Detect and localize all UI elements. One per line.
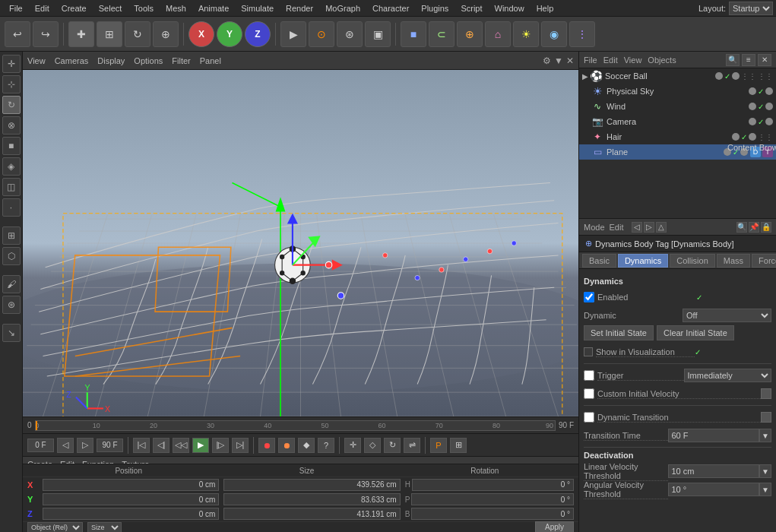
sidebar-scale-icon[interactable]: ⊗ bbox=[2, 116, 21, 135]
step-fwd-btn[interactable]: |▷ bbox=[212, 438, 229, 453]
obj-camera[interactable]: ◉ bbox=[541, 21, 567, 47]
move-button[interactable]: ⊞ bbox=[97, 21, 122, 47]
help-btn[interactable]: ? bbox=[318, 438, 334, 453]
attr-tab-mass[interactable]: Mass bbox=[717, 254, 750, 268]
sidebar-sculpt-icon[interactable]: ⊛ bbox=[2, 296, 21, 314]
attr-trigger-checkbox[interactable] bbox=[584, 370, 594, 381]
fps-grid-btn[interactable]: ⊞ bbox=[450, 438, 467, 453]
menu-character[interactable]: Character bbox=[366, 2, 415, 14]
loop-btn[interactable]: ↻ bbox=[384, 438, 401, 453]
axis-x-button[interactable]: X bbox=[188, 21, 214, 47]
obj-deform[interactable]: ⌂ bbox=[485, 21, 511, 47]
attr-mode-btn[interactable]: Mode bbox=[584, 223, 605, 232]
obj-mograph[interactable]: ⋮ bbox=[569, 21, 595, 47]
render-btn[interactable]: ▶ bbox=[280, 21, 306, 47]
coord-y-pos[interactable] bbox=[43, 493, 219, 505]
vp-menu-filter[interactable]: Filter bbox=[172, 56, 190, 65]
obj-light[interactable]: ☀ bbox=[513, 21, 539, 47]
vp-menu-display[interactable]: Display bbox=[97, 56, 125, 65]
menu-window[interactable]: Window bbox=[489, 2, 531, 14]
attr-custom-vel-checkbox[interactable] bbox=[584, 388, 594, 399]
record-btn[interactable]: ⏺ bbox=[258, 438, 275, 453]
attr-enabled-checkbox[interactable] bbox=[584, 292, 594, 302]
attr-trans-time-input[interactable] bbox=[668, 429, 760, 442]
coord-z-size[interactable] bbox=[223, 508, 400, 520]
menu-render[interactable]: Render bbox=[280, 2, 319, 14]
attr-back-btn[interactable]: ◁ bbox=[632, 222, 642, 233]
timeline-indicator[interactable] bbox=[36, 421, 37, 430]
keyframe-btn[interactable]: ◆ bbox=[298, 438, 315, 453]
menu-plugins[interactable]: Plugins bbox=[415, 2, 455, 14]
om-search-btn[interactable]: 🔍 bbox=[726, 54, 740, 66]
attr-tab-basic[interactable]: Basic bbox=[582, 254, 616, 268]
goto-end-btn[interactable]: ▷| bbox=[232, 438, 249, 453]
om-row-camera[interactable]: 📷 Camera ✓ bbox=[579, 114, 776, 129]
om-row-hair[interactable]: ✦ Hair ✓ ⋮⋮ bbox=[579, 129, 776, 144]
play-back-btn[interactable]: ◁◁ bbox=[173, 438, 189, 453]
sidebar-edge-icon[interactable]: ◫ bbox=[2, 178, 21, 196]
attr-trans-time-arrow[interactable]: ▼ bbox=[759, 429, 771, 442]
menu-tools[interactable]: Tools bbox=[128, 2, 160, 14]
axis-z-button[interactable]: Z bbox=[245, 21, 271, 47]
menu-file[interactable]: File bbox=[3, 2, 29, 14]
coord-y-rot[interactable] bbox=[411, 493, 574, 505]
om-menu-edit[interactable]: Edit bbox=[603, 55, 618, 65]
vp-menu-options[interactable]: Options bbox=[134, 56, 163, 65]
attr-fwd-btn[interactable]: ▷ bbox=[644, 222, 654, 233]
om-close-btn[interactable]: ✕ bbox=[758, 54, 771, 66]
menu-animate[interactable]: Animate bbox=[192, 2, 235, 14]
attr-tab-dynamics[interactable]: Dynamics bbox=[618, 254, 668, 268]
attr-angular-vel-arrow[interactable]: ▼ bbox=[759, 483, 771, 496]
select-button[interactable]: ✚ bbox=[68, 21, 94, 47]
attr-tab-collision[interactable]: Collision bbox=[670, 254, 715, 268]
record-auto-btn[interactable]: ⏺ bbox=[278, 438, 295, 453]
om-layers-btn[interactable]: ≡ bbox=[742, 54, 755, 66]
menu-select[interactable]: Select bbox=[93, 2, 128, 14]
om-row-soccer-ball[interactable]: ▶ ⚽ Soccer Ball ✓ ⋮⋮ ⋮⋮ bbox=[579, 68, 776, 84]
render-region-btn[interactable]: ⊛ bbox=[337, 21, 363, 47]
attr-edit-btn[interactable]: Edit bbox=[610, 223, 624, 232]
attr-show-viz-checkbox[interactable] bbox=[584, 347, 593, 356]
om-menu-view[interactable]: View bbox=[624, 55, 642, 65]
sidebar-rotate-icon[interactable]: ↻ bbox=[2, 96, 21, 114]
menu-mograph[interactable]: MoGraph bbox=[319, 2, 366, 14]
layout-select[interactable]: Startup bbox=[729, 2, 773, 15]
attr-search-btn[interactable]: 🔍 bbox=[736, 222, 747, 233]
axis-y-button[interactable]: Y bbox=[217, 21, 242, 47]
coord-x-size[interactable] bbox=[223, 479, 400, 491]
vp-menu-cameras[interactable]: Cameras bbox=[55, 56, 89, 65]
om-menu-objects[interactable]: Objects bbox=[648, 55, 676, 65]
coord-apply-btn[interactable]: Apply bbox=[535, 521, 574, 533]
menu-edit[interactable]: Edit bbox=[29, 2, 55, 14]
rotate-button[interactable]: ↻ bbox=[125, 21, 150, 47]
vp-menu-view[interactable]: View bbox=[27, 56, 46, 65]
obj-spline[interactable]: ⊂ bbox=[429, 21, 455, 47]
menu-help[interactable]: Help bbox=[531, 2, 560, 14]
attr-pin-btn[interactable]: 📌 bbox=[749, 222, 759, 233]
sidebar-select-icon[interactable]: ✛ bbox=[2, 55, 21, 73]
attr-up-btn[interactable]: △ bbox=[656, 222, 667, 233]
coord-x-rot[interactable] bbox=[412, 479, 574, 491]
menu-create[interactable]: Create bbox=[55, 2, 93, 14]
attr-linear-vel-input[interactable] bbox=[668, 464, 760, 478]
sidebar-arrow-icon[interactable]: ↘ bbox=[2, 324, 21, 342]
redo-button[interactable]: ↪ bbox=[33, 21, 59, 47]
menu-script[interactable]: Script bbox=[455, 2, 488, 14]
vp-icon-down[interactable]: ▼ bbox=[554, 55, 563, 66]
sidebar-paint-icon[interactable]: 🖌 bbox=[2, 275, 21, 293]
key2-btn[interactable]: ◇ bbox=[364, 438, 381, 453]
frame-back-btn[interactable]: ◁ bbox=[57, 438, 74, 453]
vp-menu-panel[interactable]: Panel bbox=[200, 56, 221, 65]
sidebar-workplane-icon[interactable]: ⬡ bbox=[2, 247, 21, 265]
current-frame-input[interactable] bbox=[27, 439, 54, 452]
sidebar-snap-icon[interactable]: ⊞ bbox=[2, 226, 21, 245]
coord-x-pos[interactable] bbox=[43, 479, 219, 491]
sidebar-poly-icon[interactable]: ◈ bbox=[2, 157, 21, 176]
attr-tab-force[interactable]: Force bbox=[752, 254, 776, 268]
sidebar-move-icon[interactable]: ⊹ bbox=[2, 75, 21, 93]
vp-icon-close[interactable]: ✕ bbox=[566, 55, 574, 66]
timeline-bar[interactable]: 0 10 20 30 40 50 60 70 80 90 bbox=[35, 420, 556, 431]
coord-z-rot[interactable] bbox=[411, 508, 574, 520]
attr-linear-vel-arrow[interactable]: ▼ bbox=[759, 464, 771, 478]
coord-mode-select[interactable]: Object (Rel) Object (Abs) World bbox=[27, 522, 83, 533]
